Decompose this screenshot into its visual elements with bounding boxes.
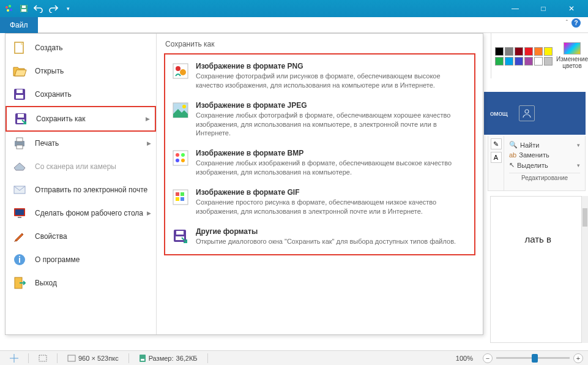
backstage-item-save[interactable]: Сохранить <box>6 83 156 106</box>
word-tool-icon-1[interactable]: ✎ <box>491 138 502 149</box>
maximize-button[interactable]: □ <box>529 0 557 17</box>
svg-rect-15 <box>18 114 24 118</box>
color-palette[interactable] <box>491 46 553 66</box>
save-option-description: Сохранение любых фотографий в формате, о… <box>196 111 468 138</box>
color-swatch[interactable] <box>544 47 553 56</box>
word-editing-group: ✎ A 🔍Найти▾ abЗаменить ↖Выделить▾ Редакт… <box>488 136 586 191</box>
ribbon-colors-group: Изменение цветов <box>491 33 586 78</box>
backstage-item-props[interactable]: Свойства <box>6 225 156 248</box>
print-icon <box>12 135 28 151</box>
backstage-item-scanner: Со сканера или камеры <box>6 155 156 178</box>
svg-rect-31 <box>173 151 188 165</box>
gif-format-icon <box>171 188 190 206</box>
save-option-title: Изображение в формате BMP <box>196 149 468 157</box>
paint-icon[interactable] <box>2 2 16 15</box>
backstage-item-desktop[interactable]: Сделать фоном рабочего стола▶ <box>6 201 156 225</box>
save-option-jpeg[interactable]: Изображение в формате JPEGСохранение люб… <box>165 96 474 145</box>
color-swatch[interactable] <box>544 57 553 66</box>
word-scrollbar[interactable] <box>582 196 588 343</box>
saveas-icon <box>13 111 29 127</box>
backstage-item-print[interactable]: Печать▶ <box>6 132 156 155</box>
color-swatch[interactable] <box>505 47 513 56</box>
help-icon[interactable]: ? <box>571 18 581 28</box>
save-option-gif[interactable]: Изображение в формате GIFСохранение прос… <box>165 183 474 222</box>
zoom-in-button[interactable]: + <box>573 353 583 363</box>
word-tool-icon-2[interactable]: A <box>491 152 502 163</box>
collapse-ribbon-icon[interactable]: ˆ <box>566 20 568 26</box>
open-icon <box>12 63 28 79</box>
zoom-out-button[interactable]: − <box>483 353 493 363</box>
color-swatch[interactable] <box>524 47 533 56</box>
svg-point-3 <box>7 9 9 12</box>
svg-rect-11 <box>16 95 23 99</box>
canvas-size-display: 960 × 523пкс <box>62 355 124 362</box>
mail-icon <box>12 182 28 198</box>
backstage-item-mail[interactable]: Отправить по электронной почте <box>6 178 156 201</box>
color-swatch[interactable] <box>534 47 543 56</box>
replace-command[interactable]: abЗаменить <box>509 150 580 160</box>
color-swatch[interactable] <box>495 47 504 56</box>
color-swatch[interactable] <box>515 47 523 56</box>
save-option-bmp[interactable]: Изображение в формате BMPСохранение любы… <box>165 144 474 183</box>
svg-rect-43 <box>176 231 184 235</box>
png-format-icon <box>171 62 190 80</box>
save-icon[interactable] <box>17 2 31 15</box>
zoom-slider[interactable] <box>496 357 570 359</box>
svg-rect-12 <box>17 89 23 93</box>
save-option-title: Изображение в формате PNG <box>196 62 468 70</box>
document-partial-text: лать в <box>524 234 551 244</box>
file-tab[interactable]: Файл <box>0 17 38 33</box>
svg-point-35 <box>181 159 185 162</box>
color-swatch[interactable] <box>524 57 533 66</box>
backstage-item-label: Сделать фоном рабочего стола <box>35 209 143 217</box>
backstage-command-list: СоздатьОткрытьСохранитьСохранить как▶Печ… <box>6 34 157 334</box>
svg-rect-46 <box>140 355 146 362</box>
color-swatch[interactable] <box>495 57 504 66</box>
svg-rect-37 <box>176 192 179 196</box>
edit-colors-button[interactable]: Изменение цветов <box>553 40 588 72</box>
backstage-item-label: Выход <box>35 279 57 287</box>
svg-point-27 <box>176 66 180 71</box>
save-option-other[interactable]: Другие форматыОткрытие диалогового окна … <box>165 222 474 252</box>
save-option-title: Изображение в формате GIF <box>196 188 468 197</box>
scanner-icon <box>12 159 28 175</box>
titlebar: ▾ — □ ✕ <box>0 0 588 17</box>
backstage-item-about[interactable]: iО программе <box>6 248 156 271</box>
svg-rect-18 <box>17 145 23 149</box>
undo-icon[interactable] <box>32 2 45 15</box>
status-bar: 960 × 523пкс Размер: 36,2КБ 100% − + <box>0 350 588 365</box>
submenu-arrow-icon: ▶ <box>147 140 151 146</box>
save-option-title: Другие форматы <box>196 227 456 236</box>
bmp-format-icon <box>171 149 190 167</box>
minimize-button[interactable]: — <box>501 0 529 17</box>
color-swatch[interactable] <box>505 57 513 66</box>
edit-colors-icon <box>564 42 581 55</box>
svg-rect-22 <box>18 217 21 218</box>
file-size-display: Размер: 36,2КБ <box>134 354 203 363</box>
cursor-position-tool[interactable] <box>5 354 23 363</box>
qat-customize-icon[interactable]: ▾ <box>61 2 75 15</box>
find-command[interactable]: 🔍Найти▾ <box>509 140 580 150</box>
close-button[interactable]: ✕ <box>557 0 586 17</box>
about-icon: i <box>12 252 28 268</box>
backstage-item-new[interactable]: Создать <box>6 36 156 59</box>
scrollbar-thumb[interactable] <box>582 208 587 227</box>
edit-colors-label: Изменение цветов <box>556 56 588 69</box>
backstage-item-open[interactable]: Открыть <box>6 59 156 83</box>
color-swatch[interactable] <box>534 57 543 66</box>
svg-rect-17 <box>17 138 23 141</box>
user-avatar-icon[interactable] <box>519 105 535 121</box>
svg-rect-47 <box>141 359 144 361</box>
select-command[interactable]: ↖Выделить▾ <box>509 160 580 170</box>
svg-point-0 <box>6 6 8 9</box>
word-tab-label[interactable]: омощ <box>490 110 508 117</box>
save-option-png[interactable]: Изображение в формате PNGСохранение фото… <box>165 57 474 96</box>
backstage-item-saveas[interactable]: Сохранить как▶ <box>6 106 156 132</box>
redo-icon[interactable] <box>47 2 60 15</box>
selection-tool[interactable] <box>34 355 52 362</box>
backstage-item-exit[interactable]: Выход <box>6 271 156 295</box>
desktop-icon <box>12 205 28 221</box>
zoom-slider-thumb[interactable] <box>532 354 538 363</box>
color-swatch[interactable] <box>515 57 523 66</box>
props-icon <box>12 228 28 244</box>
